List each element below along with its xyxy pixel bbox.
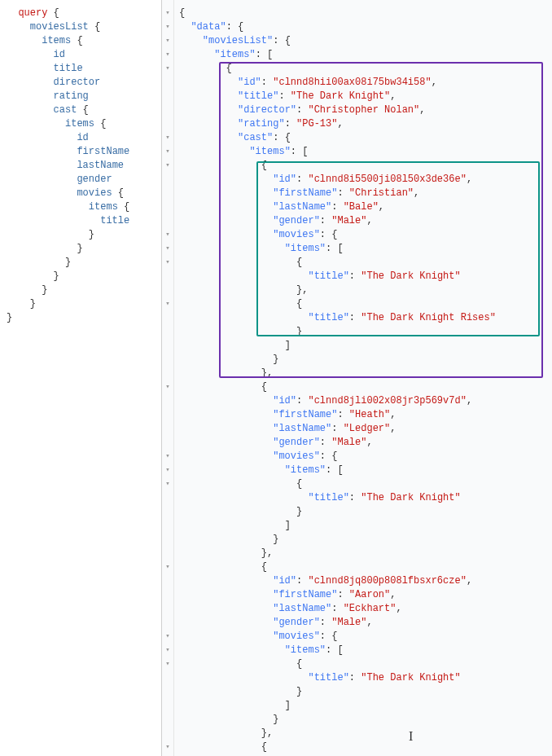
json-line[interactable]: "id": "clnnd8jq800p808lfbsxr6cze",: [179, 574, 545, 588]
json-line[interactable]: "title": "The Dark Knight": [179, 491, 545, 505]
json-line[interactable]: {: [179, 741, 545, 754]
query-line[interactable]: }: [7, 228, 161, 242]
json-line[interactable]: "items": [: [179, 464, 545, 477]
json-line[interactable]: "items": [: [179, 48, 545, 62]
query-line[interactable]: items {: [7, 200, 161, 214]
fold-toggle[interactable]: ▾: [162, 741, 173, 754]
query-line[interactable]: title: [7, 214, 161, 228]
json-line[interactable]: "title": "The Dark Knight": [179, 270, 545, 284]
json-line[interactable]: "lastName": "Ledger",: [179, 422, 545, 436]
json-line[interactable]: "items": [: [179, 644, 545, 657]
json-line[interactable]: "gender": "Male",: [179, 214, 545, 228]
response-json-view[interactable]: I { "data": { "moviesList": { "items": […: [174, 0, 552, 756]
json-line[interactable]: "movies": {: [179, 630, 545, 644]
fold-toggle[interactable]: ▾: [162, 477, 173, 491]
json-line[interactable]: "id": "clnnd8i5500ji08l50x3de36e",: [179, 173, 545, 187]
fold-toggle[interactable]: ▾: [162, 256, 173, 270]
json-line[interactable]: }: [179, 505, 545, 519]
json-line[interactable]: {: [179, 560, 545, 574]
query-line[interactable]: }: [7, 270, 161, 284]
json-line[interactable]: }: [179, 685, 545, 699]
query-line[interactable]: }: [7, 242, 161, 256]
fold-toggle[interactable]: ▾: [162, 380, 173, 394]
json-line[interactable]: },: [179, 727, 545, 741]
fold-gutter[interactable]: ▾▾▾▾▾▾▾▾▾▾▾▾▾▾▾▾▾▾▾▾▾: [161, 0, 174, 756]
query-line[interactable]: cast {: [7, 103, 161, 117]
fold-toggle[interactable]: ▾: [162, 644, 173, 657]
query-editor-panel[interactable]: query { moviesList { items { id title di…: [0, 0, 161, 756]
json-line[interactable]: {: [179, 380, 545, 394]
fold-toggle[interactable]: ▾: [162, 20, 173, 34]
json-line[interactable]: {: [179, 7, 545, 20]
json-line[interactable]: "gender": "Male",: [179, 436, 545, 450]
query-line[interactable]: movies {: [7, 187, 161, 200]
json-line[interactable]: "firstName": "Heath",: [179, 408, 545, 422]
json-line[interactable]: "cast": {: [179, 131, 545, 145]
fold-toggle[interactable]: ▾: [162, 131, 173, 145]
fold-toggle[interactable]: ▾: [162, 464, 173, 477]
json-line[interactable]: "firstName": "Christian",: [179, 187, 545, 200]
json-line[interactable]: {: [179, 256, 545, 270]
json-line[interactable]: }: [179, 713, 545, 727]
fold-toggle[interactable]: ▾: [162, 657, 173, 671]
query-line[interactable]: rating: [7, 90, 161, 103]
json-line[interactable]: "items": [: [179, 242, 545, 256]
json-line[interactable]: "title": "The Dark Knight Rises": [179, 311, 545, 325]
json-line[interactable]: {: [179, 159, 545, 173]
query-line[interactable]: }: [7, 284, 161, 297]
query-line[interactable]: items {: [7, 117, 161, 131]
json-line[interactable]: }: [179, 533, 545, 547]
json-line[interactable]: },: [179, 284, 545, 297]
json-line[interactable]: }: [179, 325, 545, 339]
fold-toggle[interactable]: ▾: [162, 62, 173, 76]
json-line[interactable]: "rating": "PG-13",: [179, 117, 545, 131]
json-line[interactable]: "id": "clnnd8hii00ax08i75bw34i58",: [179, 76, 545, 90]
query-line[interactable]: gender: [7, 173, 161, 187]
query-line[interactable]: }: [7, 297, 161, 311]
json-line[interactable]: "items": [: [179, 145, 545, 159]
json-line[interactable]: ]: [179, 699, 545, 713]
fold-toggle[interactable]: ▾: [162, 560, 173, 574]
fold-toggle[interactable]: ▾: [162, 48, 173, 62]
fold-toggle[interactable]: ▾: [162, 228, 173, 242]
json-line[interactable]: "title": "The Dark Knight": [179, 671, 545, 685]
json-line[interactable]: "director": "Christopher Nolan",: [179, 103, 545, 117]
fold-toggle[interactable]: ▾: [162, 34, 173, 48]
json-line[interactable]: {: [179, 297, 545, 311]
fold-toggle[interactable]: ▾: [162, 630, 173, 644]
json-line[interactable]: "firstName": "Aaron",: [179, 588, 545, 602]
query-line[interactable]: query {: [7, 7, 161, 20]
query-line[interactable]: lastName: [7, 159, 161, 173]
fold-toggle[interactable]: ▾: [162, 7, 173, 20]
query-line[interactable]: director: [7, 76, 161, 90]
json-line[interactable]: {: [179, 62, 545, 76]
fold-toggle[interactable]: ▾: [162, 297, 173, 311]
json-line[interactable]: {: [179, 477, 545, 491]
query-line[interactable]: moviesList {: [7, 20, 161, 34]
json-line[interactable]: "movies": {: [179, 450, 545, 464]
query-line[interactable]: }: [7, 256, 161, 270]
json-line[interactable]: },: [179, 367, 545, 380]
json-line[interactable]: "lastName": "Eckhart",: [179, 602, 545, 616]
query-line[interactable]: items {: [7, 34, 161, 48]
json-line[interactable]: "moviesList": {: [179, 34, 545, 48]
json-line[interactable]: {: [179, 657, 545, 671]
fold-toggle[interactable]: ▾: [162, 450, 173, 464]
json-line[interactable]: ]: [179, 339, 545, 353]
json-line[interactable]: "gender": "Male",: [179, 616, 545, 630]
fold-toggle[interactable]: ▾: [162, 242, 173, 256]
json-line[interactable]: }: [179, 353, 545, 367]
json-line[interactable]: "id": "clnnd8jli002x08jr3p569v7d",: [179, 394, 545, 408]
json-line[interactable]: "title": "The Dark Knight",: [179, 90, 545, 103]
query-line[interactable]: id: [7, 131, 161, 145]
json-line[interactable]: },: [179, 547, 545, 560]
query-line[interactable]: firstName: [7, 145, 161, 159]
fold-toggle[interactable]: ▾: [162, 145, 173, 159]
json-line[interactable]: ]: [179, 519, 545, 533]
fold-toggle[interactable]: ▾: [162, 159, 173, 173]
json-line[interactable]: "lastName": "Bale",: [179, 200, 545, 214]
query-line[interactable]: title: [7, 62, 161, 76]
json-line[interactable]: "data": {: [179, 20, 545, 34]
json-line[interactable]: "movies": {: [179, 228, 545, 242]
query-line[interactable]: }: [7, 311, 161, 325]
